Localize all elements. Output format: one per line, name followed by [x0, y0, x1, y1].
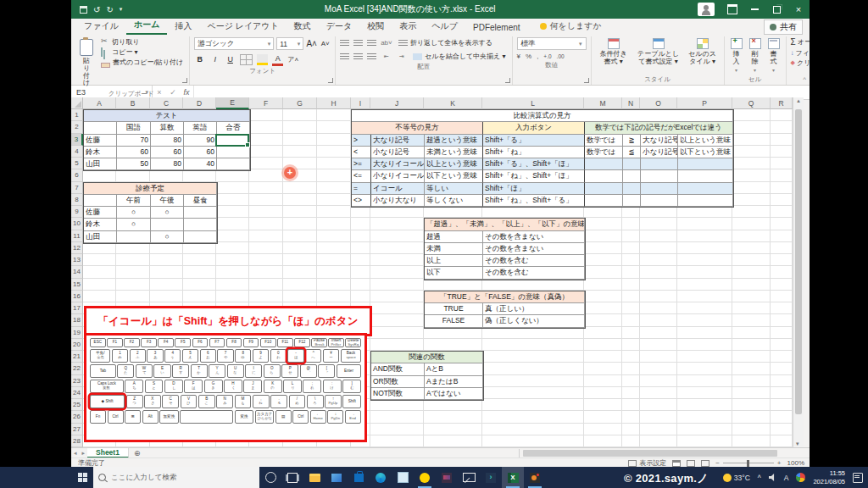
- format-as-table-button[interactable]: テーブルとして書式設定 ▾: [635, 37, 682, 67]
- paste-button[interactable]: 貼り付け: [77, 37, 96, 89]
- column-header-K[interactable]: K: [424, 97, 482, 109]
- row-header-22[interactable]: 22: [71, 363, 83, 374]
- cell[interactable]: [585, 158, 623, 170]
- cell[interactable]: 関連の関数: [371, 352, 483, 363]
- cell[interactable]: NOT関数: [371, 388, 425, 400]
- cell[interactable]: 大なり記号: [641, 135, 678, 147]
- row-header-17[interactable]: 17: [71, 302, 83, 314]
- row-header-9[interactable]: 9: [71, 206, 83, 218]
- cell[interactable]: [641, 158, 678, 170]
- cell[interactable]: 数学では: [585, 135, 623, 147]
- cell[interactable]: 鈴木: [84, 219, 117, 230]
- align-top-icon[interactable]: [340, 40, 349, 47]
- undo-icon[interactable]: ↺: [93, 5, 100, 14]
- cell[interactable]: 等しくない: [425, 195, 483, 207]
- cell[interactable]: 超過という意味: [425, 135, 483, 147]
- column-header-O[interactable]: O: [640, 97, 677, 109]
- row-header-26[interactable]: 26: [71, 411, 83, 423]
- close-button[interactable]: ×: [787, 0, 810, 19]
- cell[interactable]: その数を含まない: [483, 243, 585, 255]
- row-header-28[interactable]: 28: [71, 435, 83, 447]
- row-header-2[interactable]: 2: [71, 121, 83, 133]
- select-all-corner[interactable]: [71, 97, 83, 109]
- cell[interactable]: 以上という意味: [425, 158, 483, 170]
- cut-button[interactable]: 切り取り: [99, 37, 185, 47]
- copy-button[interactable]: コピー ▾: [99, 47, 185, 58]
- cell[interactable]: ○: [117, 207, 151, 219]
- column-header-P[interactable]: P: [677, 97, 732, 109]
- redo-icon[interactable]: ↻: [106, 5, 113, 14]
- store-icon[interactable]: [348, 467, 370, 488]
- edge-icon[interactable]: [370, 467, 392, 488]
- row-header-5[interactable]: 5: [71, 158, 83, 169]
- font-dialog-launcher-icon[interactable]: [328, 78, 333, 83]
- vertical-scrollbar[interactable]: ▴ ▾: [793, 97, 804, 447]
- display-settings-button[interactable]: 表示設定: [628, 458, 666, 467]
- collapse-ribbon-icon[interactable]: ^: [803, 75, 806, 83]
- cell[interactable]: 以上: [425, 255, 483, 267]
- comma-format-icon[interactable]: ,: [537, 53, 538, 60]
- cell[interactable]: 以下という意味: [678, 147, 733, 158]
- bold-button[interactable]: B: [194, 54, 205, 65]
- cell[interactable]: [678, 183, 733, 195]
- align-bottom-icon[interactable]: [367, 40, 376, 47]
- merge-center-button[interactable]: セルを結合して中央揃え ▾: [411, 52, 507, 62]
- taskbar-clock[interactable]: 11:55 2021/08/05: [813, 469, 845, 485]
- autosum-button[interactable]: Σオート SUM ▾: [791, 37, 810, 47]
- cell[interactable]: ≧: [623, 135, 641, 147]
- orientation-button[interactable]: ab˅: [381, 37, 392, 48]
- ime-indicator[interactable]: A: [784, 474, 789, 482]
- cell[interactable]: [84, 122, 117, 134]
- cell[interactable]: 午後: [151, 195, 184, 207]
- percent-format-icon[interactable]: %: [526, 53, 531, 60]
- cortana-icon[interactable]: [259, 467, 281, 488]
- zoom-slider[interactable]: −+: [715, 459, 781, 467]
- cell[interactable]: 60: [184, 147, 217, 158]
- fill-color-button[interactable]: [257, 54, 268, 65]
- task-view-icon[interactable]: [281, 467, 303, 488]
- align-right-icon[interactable]: [367, 53, 376, 60]
- italic-button[interactable]: I: [209, 54, 220, 65]
- tab-ページ レイアウト[interactable]: ページ レイアウト: [199, 19, 286, 35]
- cell[interactable]: [585, 170, 623, 182]
- cell[interactable]: 山田: [84, 231, 117, 243]
- scroll-up-icon[interactable]: ▴: [797, 97, 800, 103]
- cell[interactable]: [623, 183, 641, 195]
- conditional-formatting-button[interactable]: 条件付き書式 ▾: [596, 37, 632, 67]
- ribbon-display-options-button[interactable]: [721, 0, 743, 19]
- yellow-app-icon[interactable]: [414, 467, 436, 488]
- cell[interactable]: 未満: [425, 243, 483, 255]
- shrink-font-button[interactable]: A˅: [320, 38, 331, 49]
- clipboard-dialog-launcher-icon[interactable]: [182, 78, 187, 83]
- row-header-27[interactable]: 27: [71, 424, 83, 435]
- cell[interactable]: ≦: [623, 147, 641, 158]
- grid-column-R[interactable]: [771, 109, 793, 447]
- cell[interactable]: Shift+「ね」、Shift+「ほ」: [483, 170, 585, 182]
- dark-app-icon[interactable]: [436, 467, 458, 488]
- sticky-notes-icon[interactable]: [392, 467, 414, 488]
- cell[interactable]: その数を含む: [483, 255, 585, 267]
- cell[interactable]: [623, 158, 641, 170]
- decrease-decimal-icon[interactable]: .00: [557, 53, 565, 59]
- next-sheet-icon[interactable]: ▸: [80, 450, 88, 457]
- cell[interactable]: 等しい: [425, 183, 483, 195]
- cell[interactable]: ○: [151, 231, 184, 243]
- column-header-A[interactable]: A: [83, 97, 116, 109]
- currency-format-icon[interactable]: ¥: [517, 53, 520, 60]
- row-header-3[interactable]: 3: [71, 134, 83, 146]
- cell[interactable]: Shift+「る」、Shift+「ほ」: [483, 158, 585, 170]
- cell[interactable]: 超過: [425, 231, 483, 243]
- align-left-icon[interactable]: [340, 53, 349, 60]
- cell[interactable]: =: [352, 183, 371, 195]
- cell[interactable]: 山田: [84, 158, 117, 170]
- row-header-8[interactable]: 8: [71, 194, 83, 206]
- column-header-D[interactable]: D: [183, 97, 216, 109]
- fill-button[interactable]: ↓フィル ▾: [791, 49, 810, 58]
- clear-button[interactable]: ◆クリア ▾: [791, 59, 810, 68]
- number-format-select[interactable]: 標準▾: [517, 37, 587, 50]
- cell[interactable]: 数学では下記の記号だがExcelでは違う: [585, 122, 733, 134]
- cell[interactable]: OR関数: [371, 376, 425, 388]
- column-header-F[interactable]: F: [249, 97, 283, 109]
- cell[interactable]: FALSE: [425, 315, 483, 327]
- cell[interactable]: Shift+「ね」: [483, 147, 585, 158]
